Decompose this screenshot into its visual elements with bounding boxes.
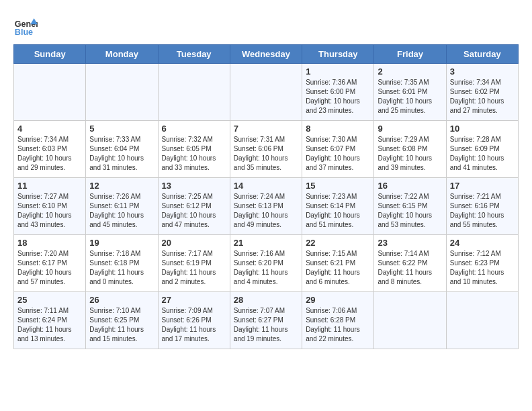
day-info: Sunrise: 7:14 AM Sunset: 6:22 PM Dayligh… [378, 249, 442, 287]
day-info: Sunrise: 7:15 AM Sunset: 6:21 PM Dayligh… [306, 249, 370, 287]
calendar-cell: 13Sunrise: 7:25 AM Sunset: 6:12 PM Dayli… [158, 178, 230, 235]
calendar-cell: 8Sunrise: 7:30 AM Sunset: 6:07 PM Daylig… [302, 121, 374, 178]
day-number: 28 [234, 295, 298, 305]
calendar-cell: 1Sunrise: 7:36 AM Sunset: 6:00 PM Daylig… [302, 64, 374, 121]
calendar-cell: 7Sunrise: 7:31 AM Sunset: 6:06 PM Daylig… [230, 121, 302, 178]
calendar-cell: 24Sunrise: 7:12 AM Sunset: 6:23 PM Dayli… [446, 235, 518, 292]
calendar-cell [158, 64, 230, 121]
day-number: 21 [234, 238, 298, 248]
calendar-cell [230, 64, 302, 121]
day-info: Sunrise: 7:36 AM Sunset: 6:00 PM Dayligh… [306, 78, 370, 116]
day-number: 5 [89, 124, 154, 134]
day-info: Sunrise: 7:31 AM Sunset: 6:06 PM Dayligh… [234, 135, 298, 173]
day-info: Sunrise: 7:20 AM Sunset: 6:17 PM Dayligh… [17, 249, 82, 287]
logo: General Blue [13, 13, 38, 38]
day-number: 25 [17, 295, 82, 305]
day-number: 27 [162, 295, 226, 305]
day-number: 8 [306, 124, 370, 134]
calendar-cell [86, 64, 158, 121]
day-number: 23 [378, 238, 442, 248]
day-number: 10 [450, 124, 515, 134]
calendar-cell [14, 64, 86, 121]
day-info: Sunrise: 7:33 AM Sunset: 6:04 PM Dayligh… [89, 135, 154, 173]
calendar-cell [374, 292, 446, 349]
day-number: 14 [234, 181, 298, 191]
calendar-cell: 12Sunrise: 7:26 AM Sunset: 6:11 PM Dayli… [86, 178, 158, 235]
header: General Blue [13, 13, 519, 38]
day-info: Sunrise: 7:34 AM Sunset: 6:03 PM Dayligh… [17, 135, 82, 173]
day-header-saturday: Saturday [446, 45, 518, 64]
calendar-cell: 5Sunrise: 7:33 AM Sunset: 6:04 PM Daylig… [86, 121, 158, 178]
day-header-tuesday: Tuesday [158, 45, 230, 64]
calendar-cell [446, 292, 518, 349]
day-number: 4 [17, 124, 82, 134]
day-info: Sunrise: 7:07 AM Sunset: 6:27 PM Dayligh… [234, 306, 298, 344]
day-info: Sunrise: 7:30 AM Sunset: 6:07 PM Dayligh… [306, 135, 370, 173]
day-info: Sunrise: 7:32 AM Sunset: 6:05 PM Dayligh… [162, 135, 226, 173]
day-number: 13 [162, 181, 226, 191]
day-info: Sunrise: 7:35 AM Sunset: 6:01 PM Dayligh… [378, 78, 442, 116]
calendar-cell: 4Sunrise: 7:34 AM Sunset: 6:03 PM Daylig… [14, 121, 86, 178]
calendar-header-row: SundayMondayTuesdayWednesdayThursdayFrid… [14, 45, 519, 64]
calendar-table: SundayMondayTuesdayWednesdayThursdayFrid… [13, 44, 519, 349]
day-info: Sunrise: 7:21 AM Sunset: 6:16 PM Dayligh… [450, 192, 515, 230]
calendar-cell: 23Sunrise: 7:14 AM Sunset: 6:22 PM Dayli… [374, 235, 446, 292]
day-number: 11 [17, 181, 82, 191]
day-info: Sunrise: 7:16 AM Sunset: 6:20 PM Dayligh… [234, 249, 298, 287]
calendar-cell: 17Sunrise: 7:21 AM Sunset: 6:16 PM Dayli… [446, 178, 518, 235]
day-number: 12 [89, 181, 154, 191]
day-info: Sunrise: 7:22 AM Sunset: 6:15 PM Dayligh… [378, 192, 442, 230]
day-info: Sunrise: 7:06 AM Sunset: 6:28 PM Dayligh… [306, 306, 370, 344]
day-info: Sunrise: 7:12 AM Sunset: 6:23 PM Dayligh… [450, 249, 515, 287]
day-number: 24 [450, 238, 515, 248]
day-info: Sunrise: 7:24 AM Sunset: 6:13 PM Dayligh… [234, 192, 298, 230]
calendar-cell: 6Sunrise: 7:32 AM Sunset: 6:05 PM Daylig… [158, 121, 230, 178]
day-info: Sunrise: 7:34 AM Sunset: 6:02 PM Dayligh… [450, 78, 515, 116]
day-info: Sunrise: 7:28 AM Sunset: 6:09 PM Dayligh… [450, 135, 515, 173]
day-info: Sunrise: 7:09 AM Sunset: 6:26 PM Dayligh… [162, 306, 226, 344]
day-number: 19 [89, 238, 154, 248]
logo-icon: General Blue [13, 13, 38, 38]
calendar-cell: 3Sunrise: 7:34 AM Sunset: 6:02 PM Daylig… [446, 64, 518, 121]
day-number: 26 [89, 295, 154, 305]
day-number: 7 [234, 124, 298, 134]
day-info: Sunrise: 7:10 AM Sunset: 6:25 PM Dayligh… [89, 306, 154, 344]
day-header-monday: Monday [86, 45, 158, 64]
day-info: Sunrise: 7:26 AM Sunset: 6:11 PM Dayligh… [89, 192, 154, 230]
calendar-week-3: 11Sunrise: 7:27 AM Sunset: 6:10 PM Dayli… [14, 178, 519, 235]
day-info: Sunrise: 7:29 AM Sunset: 6:08 PM Dayligh… [378, 135, 442, 173]
calendar-cell: 20Sunrise: 7:17 AM Sunset: 6:19 PM Dayli… [158, 235, 230, 292]
day-number: 29 [306, 295, 370, 305]
calendar-week-1: 1Sunrise: 7:36 AM Sunset: 6:00 PM Daylig… [14, 64, 519, 121]
svg-text:Blue: Blue [15, 28, 33, 37]
day-header-thursday: Thursday [302, 45, 374, 64]
day-info: Sunrise: 7:11 AM Sunset: 6:24 PM Dayligh… [17, 306, 82, 344]
calendar-cell: 2Sunrise: 7:35 AM Sunset: 6:01 PM Daylig… [374, 64, 446, 121]
day-number: 17 [450, 181, 515, 191]
day-info: Sunrise: 7:18 AM Sunset: 6:18 PM Dayligh… [89, 249, 154, 287]
calendar-week-2: 4Sunrise: 7:34 AM Sunset: 6:03 PM Daylig… [14, 121, 519, 178]
calendar-cell: 22Sunrise: 7:15 AM Sunset: 6:21 PM Dayli… [302, 235, 374, 292]
day-header-friday: Friday [374, 45, 446, 64]
day-info: Sunrise: 7:27 AM Sunset: 6:10 PM Dayligh… [17, 192, 82, 230]
calendar-cell: 14Sunrise: 7:24 AM Sunset: 6:13 PM Dayli… [230, 178, 302, 235]
calendar-cell: 10Sunrise: 7:28 AM Sunset: 6:09 PM Dayli… [446, 121, 518, 178]
calendar-cell: 15Sunrise: 7:23 AM Sunset: 6:14 PM Dayli… [302, 178, 374, 235]
calendar-body: 1Sunrise: 7:36 AM Sunset: 6:00 PM Daylig… [14, 64, 519, 349]
calendar-cell: 18Sunrise: 7:20 AM Sunset: 6:17 PM Dayli… [14, 235, 86, 292]
day-info: Sunrise: 7:25 AM Sunset: 6:12 PM Dayligh… [162, 192, 226, 230]
calendar-cell: 26Sunrise: 7:10 AM Sunset: 6:25 PM Dayli… [86, 292, 158, 349]
day-number: 16 [378, 181, 442, 191]
day-number: 15 [306, 181, 370, 191]
day-number: 3 [450, 66, 515, 77]
calendar-cell: 9Sunrise: 7:29 AM Sunset: 6:08 PM Daylig… [374, 121, 446, 178]
calendar-cell: 29Sunrise: 7:06 AM Sunset: 6:28 PM Dayli… [302, 292, 374, 349]
calendar-cell: 11Sunrise: 7:27 AM Sunset: 6:10 PM Dayli… [14, 178, 86, 235]
day-number: 22 [306, 238, 370, 248]
day-number: 18 [17, 238, 82, 248]
calendar-cell: 21Sunrise: 7:16 AM Sunset: 6:20 PM Dayli… [230, 235, 302, 292]
day-number: 20 [162, 238, 226, 248]
calendar-cell: 25Sunrise: 7:11 AM Sunset: 6:24 PM Dayli… [14, 292, 86, 349]
day-number: 2 [378, 66, 442, 77]
day-number: 1 [306, 66, 370, 77]
